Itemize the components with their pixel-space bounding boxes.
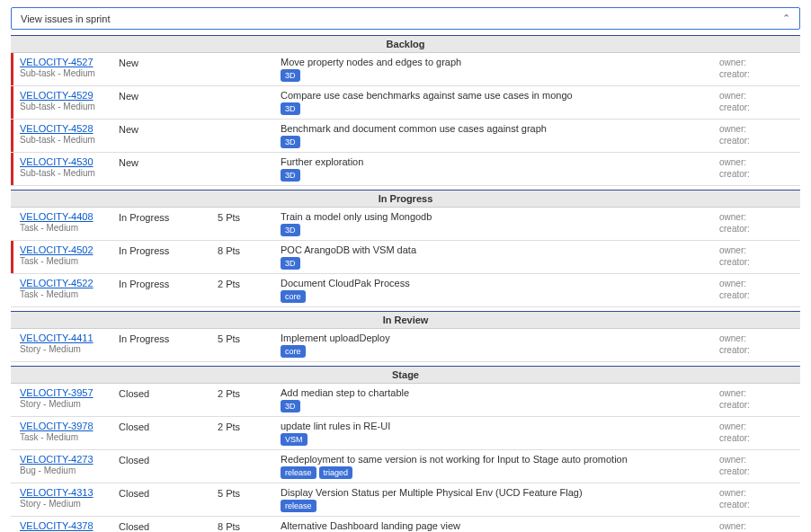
issue-type-priority: Story - Medium <box>20 499 119 509</box>
issue-key-cell: VELOCITY-4528Sub-task - Medium <box>11 123 119 145</box>
creator-label: creator: <box>719 68 800 80</box>
issue-meta: owner:creator: <box>719 278 800 301</box>
issue-key-cell: VELOCITY-4522Task - Medium <box>11 278 119 299</box>
issue-row: VELOCITY-4313Story - MediumClosed5 PtsDi… <box>11 483 800 517</box>
issue-status: New <box>119 57 218 68</box>
issue-key-cell: VELOCITY-4502Task - Medium <box>11 244 119 266</box>
issue-key-link[interactable]: VELOCITY-4273 <box>20 454 94 465</box>
issue-summary: Document CloudPak Process <box>281 278 710 288</box>
creator-label: creator: <box>719 102 800 113</box>
issue-status: Closed <box>119 520 218 532</box>
issue-key-link[interactable]: VELOCITY-4528 <box>20 123 94 134</box>
issue-summary: Display Version Status per Multiple Phys… <box>281 487 710 498</box>
issue-meta: owner:creator: <box>719 156 800 180</box>
owner-label: owner: <box>719 57 800 68</box>
issue-key-link[interactable]: VELOCITY-4529 <box>20 90 94 101</box>
issue-meta: owner:creator: <box>719 487 800 510</box>
issue-key-cell: VELOCITY-4529Sub-task - Medium <box>11 90 119 111</box>
issue-type-priority: Task - Medium <box>20 289 119 299</box>
issue-summary-cell: Implement uploadDeploycore <box>281 332 719 358</box>
issue-summary: update lint rules in RE-UI <box>281 421 710 431</box>
creator-label: creator: <box>719 466 800 477</box>
issue-key-link[interactable]: VELOCITY-4530 <box>20 156 94 167</box>
section-header: In Review <box>11 311 800 329</box>
owner-label: owner: <box>719 123 800 135</box>
issue-key-link[interactable]: VELOCITY-4502 <box>20 244 94 255</box>
issue-points <box>218 156 281 157</box>
tag-badge: release <box>281 500 316 512</box>
issue-type-priority: Task - Medium <box>20 256 119 266</box>
tag-badge: core <box>281 345 306 358</box>
issue-row: VELOCITY-4530Sub-task - MediumNewFurther… <box>11 153 800 186</box>
owner-label: owner: <box>719 520 800 532</box>
issue-tags: 3D <box>281 400 710 412</box>
issue-summary-cell: POC ArangoDB with VSM data3D <box>281 244 719 270</box>
issue-points: 2 Pts <box>218 387 281 399</box>
issue-summary-cell: Move property nodes and edges to graph3D <box>281 57 719 82</box>
issue-meta: owner:creator: <box>719 387 800 411</box>
issue-summary: Compare use case benchmarks against same… <box>281 90 710 101</box>
issue-summary: Add median step to chartable <box>281 387 710 398</box>
issue-meta: owner:creator: <box>719 123 800 146</box>
panel-title: View issues in sprint <box>21 13 110 24</box>
issue-type-priority: Story - Medium <box>20 399 119 409</box>
issue-row: VELOCITY-4408Task - MediumIn Progress5 P… <box>11 208 800 241</box>
issue-summary-cell: Add median step to chartable3D <box>281 387 719 412</box>
issue-row: VELOCITY-4522Task - MediumIn Progress2 P… <box>11 274 800 307</box>
issue-status: Closed <box>119 387 218 399</box>
owner-label: owner: <box>719 156 800 168</box>
tag-badge: 3D <box>281 102 300 115</box>
issue-meta: owner:creator: <box>719 520 800 532</box>
issue-row: VELOCITY-4378Story - MediumClosed8 PtsAl… <box>11 517 800 532</box>
tag-badge: triaged <box>319 466 353 479</box>
issue-tags: core <box>281 345 710 358</box>
issue-summary-cell: update lint rules in RE-UIVSM <box>281 421 719 446</box>
issue-meta: owner:creator: <box>719 454 800 477</box>
section-header: Stage <box>11 366 800 384</box>
issue-row: VELOCITY-4273Bug - MediumClosedRedeploym… <box>11 450 800 483</box>
issue-key-cell: VELOCITY-4527Sub-task - Medium <box>11 57 119 78</box>
issue-key-cell: VELOCITY-4273Bug - Medium <box>11 454 119 475</box>
creator-label: creator: <box>719 168 800 180</box>
issue-key-cell: VELOCITY-4378Story - Medium <box>11 520 119 532</box>
issue-key-link[interactable]: VELOCITY-4527 <box>20 57 94 67</box>
issue-tags: VSM <box>281 433 710 446</box>
issue-key-link[interactable]: VELOCITY-4522 <box>20 278 94 288</box>
issue-status: New <box>119 123 218 135</box>
issue-key-link[interactable]: VELOCITY-4411 <box>20 332 94 343</box>
tag-badge: 3D <box>281 224 300 236</box>
issue-key-cell: VELOCITY-3957Story - Medium <box>11 387 119 409</box>
issue-summary: Benchmark and document common use cases … <box>281 123 710 134</box>
owner-label: owner: <box>719 332 800 344</box>
owner-label: owner: <box>719 244 800 256</box>
issue-key-link[interactable]: VELOCITY-3957 <box>20 387 94 398</box>
issue-tags: 3D <box>281 169 710 182</box>
issue-summary: Move property nodes and edges to graph <box>281 57 710 67</box>
issue-status: Closed <box>119 487 218 499</box>
issue-summary-cell: Alternative Dashboard landing page view3… <box>281 520 719 532</box>
tag-badge: VSM <box>281 433 307 446</box>
issue-row: VELOCITY-3978Task - MediumClosed2 Ptsupd… <box>11 417 800 450</box>
panel-toggle[interactable]: View issues in sprint ⌃ <box>11 7 800 30</box>
issue-key-link[interactable]: VELOCITY-4378 <box>20 520 94 531</box>
issue-points: 5 Pts <box>218 487 281 499</box>
owner-label: owner: <box>719 487 800 499</box>
issue-points <box>218 57 281 58</box>
creator-label: creator: <box>719 399 800 411</box>
issue-type-priority: Sub-task - Medium <box>20 168 119 178</box>
issue-key-link[interactable]: VELOCITY-4408 <box>20 211 94 222</box>
issue-summary-cell: Compare use case benchmarks against same… <box>281 90 719 115</box>
section-header: In Progress <box>11 190 800 208</box>
creator-label: creator: <box>719 432 800 444</box>
issue-status: In Progress <box>119 244 218 256</box>
issue-points <box>218 90 281 91</box>
issue-tags: 3D <box>281 69 710 82</box>
issue-meta: owner:creator: <box>719 421 800 444</box>
issue-tags: release <box>281 500 710 512</box>
issue-key-link[interactable]: VELOCITY-3978 <box>20 421 94 431</box>
issue-key-link[interactable]: VELOCITY-4313 <box>20 487 94 498</box>
issue-summary: Implement uploadDeploy <box>281 332 710 343</box>
issue-meta: owner:creator: <box>719 211 800 235</box>
issue-key-cell: VELOCITY-4530Sub-task - Medium <box>11 156 119 178</box>
owner-label: owner: <box>719 90 800 102</box>
